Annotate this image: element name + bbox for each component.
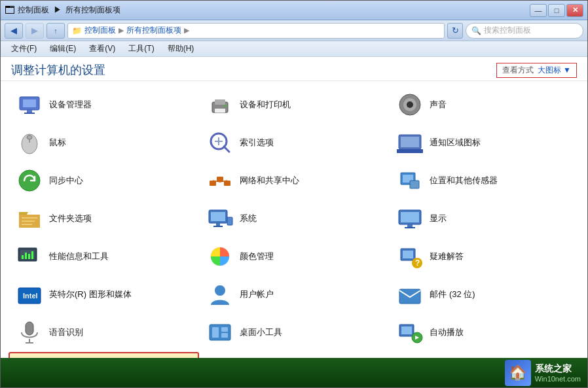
page-title: 调整计算机的设置: [11, 62, 105, 78]
svg-rect-45: [25, 253, 27, 259]
icon-item-devices-printers[interactable]: 设备和打印机: [199, 86, 390, 123]
icon-item-notification-area[interactable]: 通知区域图标: [389, 124, 579, 161]
title-bar-left: 🗔 控制面板 ▶ 所有控制面板项: [5, 5, 120, 16]
view-mode-selector[interactable]: 查看方式 大图标 ▼: [496, 63, 577, 78]
search-placeholder: 搜索控制面板: [484, 25, 531, 36]
up-button[interactable]: ↑: [46, 23, 65, 39]
index-options-icon: [207, 130, 233, 156]
folder-options-icon: [16, 205, 43, 232]
icon-item-speech[interactable]: 语音识别: [9, 314, 199, 351]
svg-rect-30: [22, 217, 37, 219]
icon-item-folder-options[interactable]: 文件夹选项: [9, 200, 199, 237]
performance-icon: [16, 243, 43, 270]
svg-rect-36: [213, 226, 223, 227]
title-bar-text: 控制面板 ▶ 所有控制面板项: [18, 5, 120, 16]
svg-rect-47: [31, 251, 33, 259]
folder-icon: 📁: [72, 26, 82, 35]
icon-item-desktop-gadgets[interactable]: 桌面小工具: [199, 314, 390, 351]
menu-edit[interactable]: 编辑(E): [45, 42, 81, 56]
svg-rect-20: [397, 149, 423, 153]
icon-item-autoplay[interactable]: 自动播放: [389, 314, 579, 351]
icon-item-sound[interactable]: 声音: [389, 86, 579, 123]
menu-view[interactable]: 查看(V): [84, 42, 120, 56]
back-button[interactable]: ◀: [5, 23, 23, 39]
icon-item-user-accounts[interactable]: 用户帐户: [199, 276, 390, 313]
svg-rect-32: [22, 224, 32, 225]
network-sharing-label: 网络和共享中心: [240, 175, 299, 186]
maximize-button[interactable]: □: [548, 4, 565, 17]
icon-item-troubleshoot[interactable]: ?疑难解答: [389, 238, 579, 275]
refresh-button[interactable]: ↻: [447, 23, 463, 39]
mail-icon: [397, 281, 423, 308]
svg-rect-29: [410, 181, 419, 188]
content-header: 调整计算机的设置 查看方式 大图标 ▼: [1, 57, 587, 81]
svg-rect-41: [405, 227, 415, 228]
icon-item-performance[interactable]: 性能信息和工具: [9, 238, 199, 275]
menu-tools[interactable]: 工具(T): [123, 42, 159, 56]
close-button[interactable]: ✕: [566, 4, 583, 17]
svg-line-15: [224, 147, 229, 152]
breadcrumb-cp[interactable]: 控制面板: [84, 25, 116, 36]
mail-label: 邮件 (32 位): [430, 289, 475, 300]
user-accounts-label: 用户帐户: [240, 289, 274, 300]
minimize-button[interactable]: —: [530, 4, 547, 17]
logo-icon: 🏠: [505, 360, 531, 386]
search-bar[interactable]: 🔍 搜索控制面板: [466, 23, 583, 39]
menu-help[interactable]: 帮助(H): [162, 42, 200, 56]
svg-rect-39: [401, 212, 419, 222]
icon-item-network-sharing[interactable]: 网络和共享中心: [199, 162, 390, 199]
color-management-icon: [207, 243, 233, 270]
main-content: 调整计算机的设置 查看方式 大图标 ▼ 设备管理器设备和打印机声音鼠标索引选项通…: [1, 57, 587, 358]
icon-item-color-management[interactable]: 颜色管理: [199, 238, 390, 275]
svg-rect-46: [28, 254, 30, 259]
title-bar-buttons: — □ ✕: [530, 4, 583, 17]
icon-item-intel-graphics[interactable]: Intel英特尔(R) 图形和媒体: [9, 276, 199, 313]
view-mode-value: 大图标 ▼: [538, 65, 571, 76]
menu-bar: 文件(F) 编辑(E) 查看(V) 工具(T) 帮助(H): [1, 41, 587, 57]
svg-rect-34: [211, 212, 225, 221]
device-manager-label: 设备管理器: [49, 99, 92, 111]
breadcrumb-all[interactable]: 所有控制面板项: [126, 25, 181, 36]
system-icon: [207, 205, 233, 232]
logo-line1: 系统之家: [535, 363, 581, 375]
svg-rect-62: [221, 327, 228, 332]
autoplay-label: 自动播放: [430, 327, 464, 338]
icon-item-mouse[interactable]: 鼠标: [9, 124, 199, 161]
svg-text:Intel: Intel: [23, 292, 38, 300]
svg-point-10: [407, 101, 413, 108]
forward-button[interactable]: ▶: [26, 23, 44, 39]
svg-rect-65: [401, 326, 412, 334]
svg-rect-50: [403, 251, 413, 258]
icon-item-index-options[interactable]: 索引选项: [199, 124, 390, 161]
address-breadcrumb[interactable]: 📁 控制面板 ▶ 所有控制面板项 ▶: [67, 23, 445, 39]
notification-area-label: 通知区域图标: [430, 137, 481, 149]
icon-item-mail[interactable]: 邮件 (32 位): [389, 276, 579, 313]
mouse-label: 鼠标: [49, 137, 66, 149]
svg-rect-6: [215, 109, 225, 113]
icon-item-sync-center[interactable]: 同步中心: [9, 162, 199, 199]
speech-label: 语音识别: [49, 327, 83, 338]
desktop-gadgets-label: 桌面小工具: [240, 327, 282, 338]
icon-item-fonts[interactable]: 字体: [9, 352, 199, 358]
intel-graphics-icon: Intel: [16, 281, 43, 308]
svg-rect-57: [26, 322, 33, 335]
svg-rect-40: [407, 224, 413, 227]
icon-item-location-sensors[interactable]: 位置和其他传感器: [389, 162, 579, 199]
location-sensors-icon: [397, 168, 423, 194]
svg-rect-2: [27, 110, 32, 113]
icons-grid: 设备管理器设备和打印机声音鼠标索引选项通知区域图标同步中心网络和共享中心位置和其…: [9, 86, 579, 358]
troubleshoot-icon: ?: [397, 243, 423, 270]
icon-item-device-manager[interactable]: 设备管理器: [9, 86, 199, 123]
icon-item-system[interactable]: 系统: [199, 200, 390, 237]
performance-label: 性能信息和工具: [49, 251, 109, 262]
breadcrumb-0: 控制面板: [18, 5, 49, 14]
network-sharing-icon: [207, 168, 233, 194]
menu-file[interactable]: 文件(F): [6, 42, 42, 56]
svg-point-13: [27, 135, 32, 139]
autoplay-icon: [397, 319, 423, 345]
user-accounts-icon: [207, 281, 233, 308]
sync-center-icon: [16, 168, 43, 194]
icons-area[interactable]: 设备管理器设备和打印机声音鼠标索引选项通知区域图标同步中心网络和共享中心位置和其…: [1, 81, 587, 358]
icon-item-display[interactable]: 显示: [389, 200, 579, 237]
mouse-icon: [16, 130, 43, 156]
